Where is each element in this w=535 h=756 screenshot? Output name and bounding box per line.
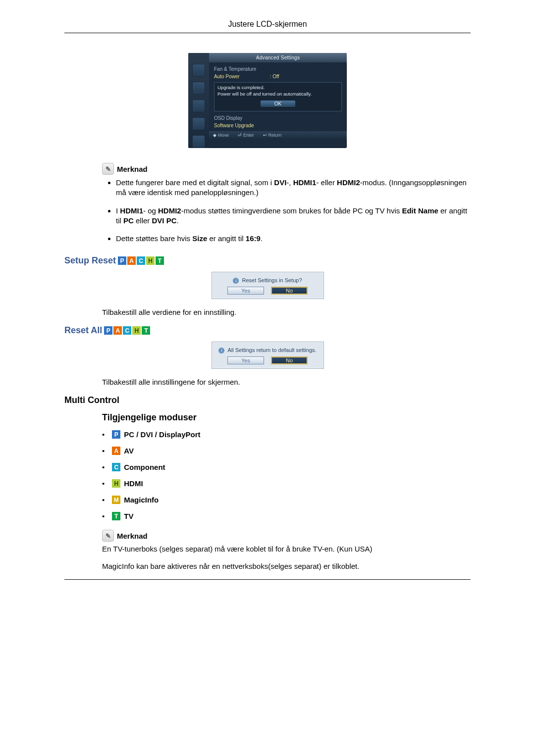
mode-item-hdmi: HHDMI [102,479,471,488]
osd-screenshot: Advanced Settings Fan & Temperature Auto… [64,53,471,148]
reset-all-dialog: iAll Settings return to default settings… [212,342,324,369]
osd-icon-5 [192,135,205,148]
note-item: Dette fungerer bare med et digitalt sign… [116,178,471,198]
mode-list: PPC / DVI / DisplayPort AAV CComponent H… [102,430,471,521]
note-heading-1: ✎ Merknad [102,163,471,175]
badge-h-icon: H [132,326,141,335]
badge-p-icon: P [117,256,127,265]
badge-m-icon: M [111,495,121,504]
osd-dialog: Upgrade is completed. Power will be off … [214,82,342,111]
note-heading-2: ✎ Merknad [102,530,471,542]
mode-item-magicinfo: MMagicInfo [102,495,471,504]
osd-row-osd-display: OSD Display [214,114,342,122]
heading-setup-reset: Setup Reset P A C H T [64,255,471,266]
note-item: I HDMI1- og HDMI2-modus støttes timingve… [116,206,471,226]
reset-all-desc: Tilbakestill alle innstillingene for skj… [102,378,471,386]
osd-row-fan: Fan & Temperature [214,65,342,73]
note2-p2: MagicInfo kan bare aktiveres når en nett… [102,562,471,570]
osd-side-icons [188,53,209,148]
page-header: Justere LCD-skjermen [64,20,471,33]
info-icon: i [218,348,224,353]
mode-item-av: AAV [102,446,471,455]
badge-t-icon: T [111,511,121,521]
heading-multi-control: Multi Control [64,395,471,405]
badge-h-icon: H [146,256,155,265]
badge-h-icon: H [111,479,121,488]
badge-c-icon: C [136,256,146,265]
badge-a-icon: A [111,446,121,455]
heading-modes: Tilgjengelige moduser [102,412,471,423]
osd-row-auto-power: Auto Power : Off [214,73,342,80]
mode-item-tv: TTV [102,511,471,521]
note-icon: ✎ [102,163,114,175]
badge-t-icon: T [155,256,164,265]
heading-reset-all: Reset All P A C H T [64,325,471,336]
osd-title: Advanced Settings [209,53,347,62]
badge-p-icon: P [111,430,121,439]
badge-p-icon: P [104,326,113,335]
badge-a-icon: A [127,256,136,265]
reset-no-button: No [271,356,308,364]
setup-reset-dialog: iReset Settings in Setup? Yes No [212,272,324,299]
note-list-1: Dette fungerer bare med et digitalt sign… [107,178,471,244]
osd-icon-4 [192,117,205,130]
mode-item-pc: PPC / DVI / DisplayPort [102,430,471,439]
note-icon: ✎ [102,530,114,542]
osd-row-sw-upgrade: Software Upgrade [214,122,342,129]
mode-item-component: CComponent [102,462,471,472]
osd-icon-3 [192,100,205,112]
badge-c-icon: C [111,462,121,472]
reset-yes-button: Yes [227,356,264,364]
divider-top [64,33,471,33]
osd-icon-1 [192,64,205,77]
osd-ok-button: OK [261,101,295,107]
badge-a-icon: A [113,326,122,335]
divider-bottom [64,579,471,580]
badge-t-icon: T [141,326,151,335]
osd-footer: ◆Move ⏎Enter ↩Return [209,131,347,139]
setup-reset-desc: Tilbakestill alle verdiene for en innsti… [102,308,471,316]
badge-c-icon: C [122,326,132,335]
reset-yes-button: Yes [227,287,264,295]
osd-icon-2 [192,82,205,95]
note-item: Dette støttes bare hvis Size er angitt t… [116,234,471,244]
reset-no-button: No [271,287,308,295]
info-icon: i [233,278,239,284]
note2-p1: En TV-tunerboks (selges separat) må være… [102,545,471,553]
